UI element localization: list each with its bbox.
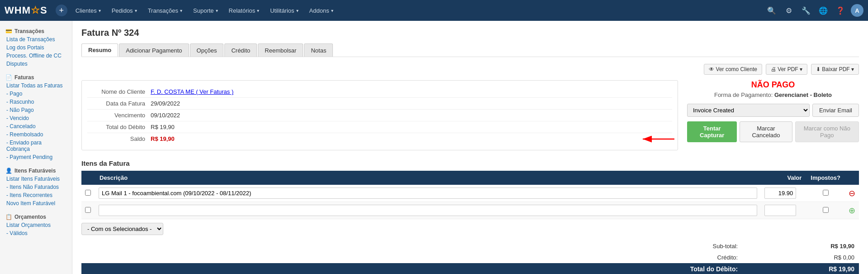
action-buttons-row: 👁 Ver como Cliente 🖨 Ver PDF ▾ ⬇ Baixar …: [81, 64, 859, 75]
sidebar-item-listar-itens[interactable]: Listar Itens Faturáveis: [0, 175, 72, 183]
nav-pedidos[interactable]: Pedidos ▾: [107, 5, 142, 17]
tab-opcoes[interactable]: Opções: [190, 43, 224, 57]
total-label: Total do Débito:: [81, 263, 742, 274]
subtotal-value: R$ 19,90: [742, 240, 859, 252]
sidebar-item-listar-orcamentos[interactable]: Listar Orçamentos: [0, 221, 72, 229]
sidebar-item-validos[interactable]: - Válidos: [0, 229, 72, 237]
sidebar-item-listar-faturas[interactable]: Listar Todas as Faturas: [0, 82, 72, 90]
tab-notas[interactable]: Notas: [304, 43, 333, 57]
item-checkbox-2[interactable]: [85, 207, 91, 213]
main-content: Fatura Nº 324 Resumo Adicionar Pagamento…: [72, 21, 868, 274]
table-row: ⊖: [81, 185, 859, 202]
email-template-select[interactable]: Invoice Created: [687, 104, 810, 117]
item-description-input[interactable]: [99, 187, 757, 199]
credit-label: Crédito:: [81, 252, 742, 263]
info-row-nome: Nome do Cliente F. D. COSTA ME ( Ver Fat…: [87, 86, 672, 98]
table-row: ⊕: [81, 202, 859, 219]
capture-button[interactable]: Tentar Capturar: [687, 121, 737, 142]
with-selected-select[interactable]: - Com os Selecionados -: [81, 223, 163, 235]
saldo-value: R$ 19,90: [151, 135, 175, 142]
sidebar-item-reembolsado[interactable]: - Reembolsado: [0, 130, 72, 139]
credit-value: R$ 0,00: [742, 252, 859, 263]
sidebar-item-novo-item[interactable]: Novo Item Faturável: [0, 199, 72, 207]
mark-unpaid-button: Marcar como Não Pago: [795, 121, 859, 142]
remove-item-button[interactable]: ⊖: [849, 189, 855, 197]
nav-relatorios[interactable]: Relatórios ▾: [224, 5, 264, 17]
nav-transacoes[interactable]: Transações ▾: [143, 5, 187, 17]
ver-pdf-button[interactable]: 🖨 Ver PDF ▾: [766, 64, 807, 75]
nav-suporte[interactable]: Suporte ▾: [189, 5, 223, 17]
baixar-pdf-button[interactable]: ⬇ Baixar PDF ▾: [811, 64, 859, 75]
subtotal-row: Sub-total: R$ 19,90: [81, 240, 859, 252]
tabs-row: Resumo Adicionar Pagamento Opções Crédit…: [81, 43, 859, 57]
send-email-button[interactable]: Enviar Email: [812, 104, 859, 117]
sidebar-section-faturas: 📄 Faturas: [0, 72, 72, 82]
item-price-input-2[interactable]: [764, 205, 796, 216]
sidebar-item-process-offline[interactable]: Process. Offline de CC: [0, 52, 72, 60]
col-impostos: Impostos?: [806, 171, 845, 185]
info-row-saldo: Saldo R$ 19,90: [87, 133, 672, 144]
sidebar-item-pago[interactable]: - Pago: [0, 90, 72, 98]
sidebar-item-rascunho[interactable]: - Rascunho: [0, 98, 72, 106]
item-tax-checkbox-2[interactable]: [823, 207, 829, 213]
status-panel: NÃO PAGO Forma de Pagamento: Gerencianet…: [687, 80, 859, 150]
search-icon[interactable]: 🔍: [765, 4, 778, 17]
info-row-data: Data da Fatura 29/09/2022: [87, 98, 672, 110]
items-table: Descrição Valor Impostos?: [81, 171, 859, 219]
help-icon[interactable]: ❓: [834, 4, 847, 17]
col-checkbox: [81, 171, 95, 185]
nav-clientes[interactable]: Clientes ▾: [71, 5, 105, 17]
globe-icon[interactable]: 🌐: [816, 4, 830, 17]
ver-como-cliente-button[interactable]: 👁 Ver como Cliente: [704, 64, 762, 75]
avatar[interactable]: A: [851, 4, 863, 17]
total-row: Total do Débito: R$ 19,90: [81, 263, 859, 274]
payment-method: Forma de Pagamento: Gerencianet - Boleto: [687, 91, 859, 98]
sidebar-item-disputes[interactable]: Disputes: [0, 60, 72, 68]
item-description-input-2[interactable]: [99, 205, 757, 216]
add-item-button[interactable]: ⊕: [849, 207, 855, 215]
sidebar-item-nao-faturados[interactable]: - Itens Não Faturados: [0, 183, 72, 191]
client-name-link[interactable]: F. D. COSTA ME ( Ver Faturas ): [151, 88, 233, 95]
item-checkbox[interactable]: [85, 190, 91, 196]
sidebar-item-recorrentes[interactable]: - Itens Recorrentes: [0, 191, 72, 199]
mark-cancelled-button[interactable]: Marcar Cancelado: [740, 121, 792, 142]
col-valor: Valor: [761, 171, 806, 185]
top-navigation: WHM☆S + Clientes ▾ Pedidos ▾ Transações …: [0, 0, 868, 21]
tab-reembolsar[interactable]: Reembolsar: [258, 43, 303, 57]
info-row-vencimento: Vencimento 09/10/2022: [87, 110, 672, 121]
tab-resumo[interactable]: Resumo: [81, 43, 118, 57]
sidebar-item-cancelado[interactable]: - Cancelado: [0, 122, 72, 130]
tab-adicionar-pagamento[interactable]: Adicionar Pagamento: [119, 43, 189, 57]
capture-row: Tentar Capturar Marcar Cancelado Marcar …: [687, 121, 859, 142]
add-button[interactable]: +: [56, 5, 67, 16]
with-selected-row: - Com os Selecionados -: [81, 223, 859, 235]
wrench-icon[interactable]: 🔧: [799, 4, 813, 17]
nav-addons[interactable]: Addons ▾: [305, 5, 338, 17]
sidebar-section-transacoes: 💳 Transações: [0, 25, 72, 35]
email-row: Invoice Created Enviar Email: [687, 104, 859, 117]
red-arrow-annotation: [640, 132, 677, 146]
invoice-info-box: Nome do Cliente F. D. COSTA ME ( Ver Fat…: [81, 80, 678, 150]
sidebar: 💳 Transações Lista de Transações Log dos…: [0, 21, 72, 274]
tab-credito[interactable]: Crédito: [224, 43, 257, 57]
sidebar-item-lista-transacoes[interactable]: Lista de Transações: [0, 35, 72, 43]
sidebar-item-log-portais[interactable]: Log dos Portais: [0, 43, 72, 52]
nav-right-icons: 🔍 ⚙ 🔧 🌐 ❓ A: [765, 4, 863, 17]
item-tax-checkbox[interactable]: [823, 190, 829, 196]
total-value: R$ 19,90: [742, 263, 859, 274]
col-actions: [845, 171, 859, 185]
nav-utilitarios[interactable]: Utilitários ▾: [266, 5, 303, 17]
sidebar-item-vencido[interactable]: - Vencido: [0, 114, 72, 122]
settings-icon[interactable]: ⚙: [782, 4, 796, 17]
item-price-input[interactable]: [764, 187, 796, 199]
sidebar-item-nao-pago[interactable]: - Não Pago: [0, 106, 72, 114]
col-descricao: Descrição: [95, 171, 761, 185]
invoice-detail-area: Nome do Cliente F. D. COSTA ME ( Ver Fat…: [81, 80, 859, 150]
credit-row: Crédito: R$ 0,00: [81, 252, 859, 263]
totals-table: Sub-total: R$ 19,90 Crédito: R$ 0,00 Tot…: [81, 240, 859, 274]
sidebar-item-payment-pending[interactable]: - Payment Pending: [0, 153, 72, 161]
sidebar-section-orcamentos: 📋 Orçamentos: [0, 211, 72, 221]
items-section-title: Itens da Fatura: [81, 159, 859, 167]
sidebar-section-itens-faturáveis: 👤 Itens Faturáveis: [0, 165, 72, 175]
sidebar-item-enviado-cobranca[interactable]: - Enviado para Cobrança: [0, 139, 72, 153]
